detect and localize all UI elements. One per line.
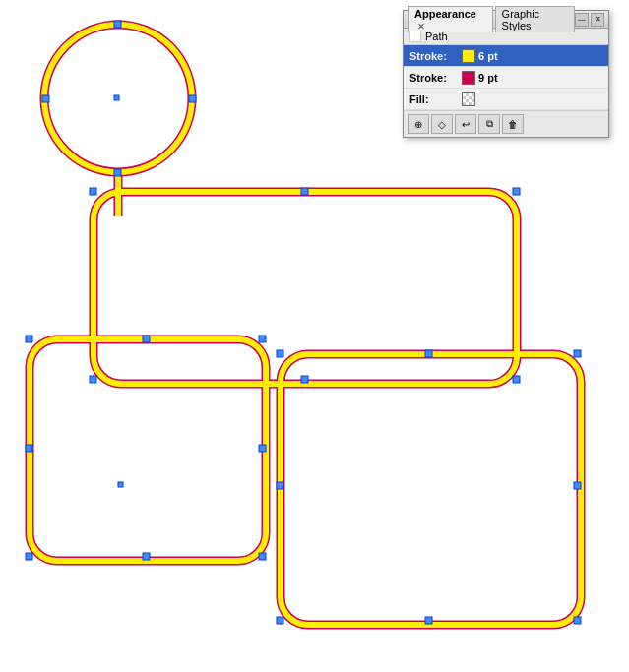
svg-rect-32 <box>277 617 283 624</box>
svg-rect-21 <box>26 336 32 342</box>
fill-swatch[interactable] <box>462 92 475 106</box>
svg-rect-34 <box>277 482 283 489</box>
svg-rect-24 <box>259 553 266 560</box>
panel-tabs: Appearance ✕ Graphic Styles <box>408 6 575 32</box>
stroke-label-1: Stroke: <box>409 50 459 62</box>
path-label: Path <box>425 31 448 42</box>
stroke-color-swatch-1[interactable] <box>462 49 475 63</box>
fill-label: Fill: <box>409 93 459 105</box>
svg-rect-8 <box>30 339 266 561</box>
stroke-row-2[interactable]: Stroke: 9 pt <box>404 67 608 89</box>
appearance-panel: Appearance ✕ Graphic Styles — ✕ Path Str… <box>403 10 609 138</box>
add-effect-button[interactable]: ⊕ <box>408 114 429 134</box>
svg-rect-15 <box>90 188 96 195</box>
svg-rect-22 <box>259 336 266 342</box>
svg-rect-13 <box>189 95 196 102</box>
svg-rect-14 <box>114 95 119 100</box>
close-button[interactable]: ✕ <box>591 13 604 27</box>
tab-graphic-styles[interactable]: Graphic Styles <box>495 6 575 32</box>
svg-rect-25 <box>26 445 32 452</box>
stroke-color-swatch-2[interactable] <box>462 71 475 85</box>
minimize-button[interactable]: — <box>575 13 589 27</box>
panel-controls: — ✕ <box>575 13 604 27</box>
fill-row[interactable]: Fill: <box>404 89 608 110</box>
svg-rect-17 <box>90 376 96 383</box>
svg-rect-31 <box>574 350 581 357</box>
path-icon <box>409 31 421 42</box>
svg-rect-26 <box>259 445 266 452</box>
panel-titlebar: Appearance ✕ Graphic Styles — ✕ <box>404 11 608 29</box>
svg-rect-37 <box>425 617 432 624</box>
svg-rect-12 <box>114 169 121 176</box>
clear-button[interactable]: ◇ <box>431 114 453 134</box>
stroke-row-1[interactable]: Stroke: 6 pt <box>404 45 608 67</box>
svg-rect-36 <box>425 350 432 357</box>
reduce-button[interactable]: ↩ <box>455 114 476 134</box>
svg-rect-20 <box>301 376 308 383</box>
svg-rect-19 <box>301 188 308 195</box>
stroke-value-1: 6 pt <box>478 50 498 62</box>
svg-rect-35 <box>574 482 581 489</box>
svg-rect-16 <box>513 188 520 195</box>
svg-rect-10 <box>114 21 121 28</box>
svg-rect-27 <box>143 336 150 342</box>
svg-rect-9 <box>281 354 581 625</box>
svg-rect-29 <box>118 482 123 487</box>
tab-appearance[interactable]: Appearance ✕ <box>408 6 493 32</box>
svg-rect-28 <box>143 553 150 560</box>
svg-rect-30 <box>277 350 283 357</box>
stroke-label-2: Stroke: <box>409 72 459 84</box>
svg-rect-18 <box>513 376 520 383</box>
delete-button[interactable]: 🗑 <box>502 114 524 134</box>
svg-rect-11 <box>42 95 49 102</box>
svg-rect-3 <box>30 339 266 561</box>
svg-rect-23 <box>26 553 32 560</box>
duplicate-button[interactable]: ⧉ <box>478 114 500 134</box>
stroke-value-2: 9 pt <box>478 72 498 84</box>
panel-toolbar: ⊕ ◇ ↩ ⧉ 🗑 <box>404 110 608 137</box>
svg-rect-33 <box>574 617 581 624</box>
svg-rect-4 <box>281 354 581 625</box>
